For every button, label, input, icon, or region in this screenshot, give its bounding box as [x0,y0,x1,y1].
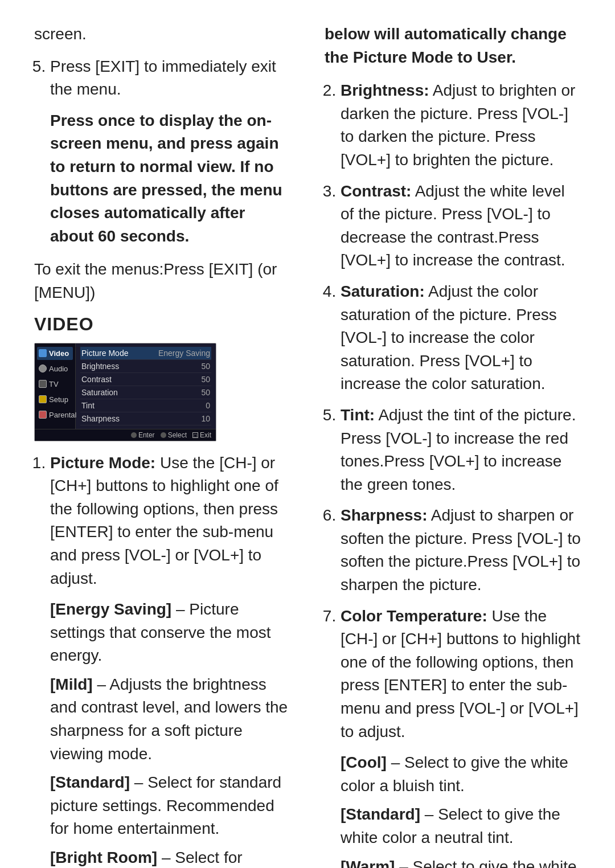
sidebar-setup: Setup [37,393,73,406]
step-2-brightness: Brightness: Adjust to brighten or darken… [341,79,581,171]
exit-square-icon: □ [192,432,198,438]
tint-label: Tint: [341,406,375,424]
brightness-label: Brightness: [341,81,429,99]
footer-select: Select [161,431,187,439]
step1-label: Picture Mode: [50,454,155,472]
step-5-exit: Press [EXIT] to immediately exit the men… [50,55,290,248]
saturation-label: Saturation: [341,282,425,300]
video-heading: VIDEO [34,314,290,335]
step-5-tint: Tint: Adjust the tint of the picture. Pr… [341,404,581,496]
footer-enter: Enter [131,431,155,439]
sidebar-parental: Parental [37,408,73,421]
energy-saving-block: [Energy Saving] – Picture settings that … [50,598,290,868]
step-1-picture-mode: Picture Mode: Use the [CH-] or [CH+] but… [50,452,290,868]
tv-row-tint: Tint 0 [80,399,211,412]
step-6-sharpness: Sharpness: Adjust to sharpen or soften t… [341,504,581,596]
right-column: below will automatically change the Pict… [319,23,581,868]
step-4-saturation: Saturation: Adjust the color saturation … [341,280,581,396]
left-column: screen. Press [EXIT] to immediately exit… [34,23,296,868]
enter-circle-icon [131,432,137,438]
tv-menu-screenshot: Video Audio TV Setup [34,343,216,441]
setup-icon [39,395,47,403]
sidebar-tv: TV [37,378,73,391]
step-3-contrast: Contrast: Adjust the white level of the … [341,180,581,272]
tv-sidebar: Video Audio TV Setup [35,343,76,429]
tv-main-content: Picture Mode Energy Saving Brightness 50… [76,343,216,429]
audio-icon [39,365,47,372]
tv-row-saturation: Saturation 50 [80,386,211,399]
exit-note: To exit the menus:Press [EXIT] (or [MENU… [34,258,290,304]
tv-icon [39,380,47,388]
color-temp-text: Use the [CH-] or [CH+] buttons to highli… [341,607,580,740]
standard-label: [Standard] [50,773,130,791]
bright-room-label: [Bright Room] [50,849,157,866]
tv-footer: Enter Select □ Exit [35,429,216,441]
cool-label: [Cool] [341,754,387,771]
bold-instruction: Press once to display the on-screen menu… [50,109,290,248]
parental-icon [39,411,47,419]
step1-text: Use the [CH-] or [CH+] buttons to highli… [50,454,278,587]
color-temp-options: [Cool] – Select to give the white color … [341,751,581,868]
step-7-color-temp: Color Temperature: Use the [CH-] or [CH+… [341,605,581,868]
energy-saving-label: [Energy Saving] [50,600,171,618]
warm-label: [Warm] [341,858,395,868]
select-circle-icon [161,432,166,438]
sidebar-audio: Audio [37,362,73,375]
tv-row-picture-mode: Picture Mode Energy Saving [80,347,211,360]
footer-exit: □ Exit [192,431,211,439]
tv-row-sharpness: Sharpness 10 [80,412,211,425]
tv-row-brightness: Brightness 50 [80,360,211,373]
mild-label: [Mild] [50,675,93,693]
color-temp-label: Color Temperature: [341,607,487,625]
tint-text: Adjust the tint of the picture. Press [V… [341,406,576,493]
right-intro-bold: below will automatically change the Pict… [325,23,581,69]
sharpness-label: Sharpness: [341,506,428,524]
tv-row-contrast: Contrast 50 [80,373,211,386]
intro-screen-text: screen. [34,23,290,46]
sidebar-video: Video [37,347,73,360]
video-icon [39,349,47,357]
contrast-label: Contrast: [341,182,411,200]
standard-ct-label: [Standard] [341,805,420,823]
